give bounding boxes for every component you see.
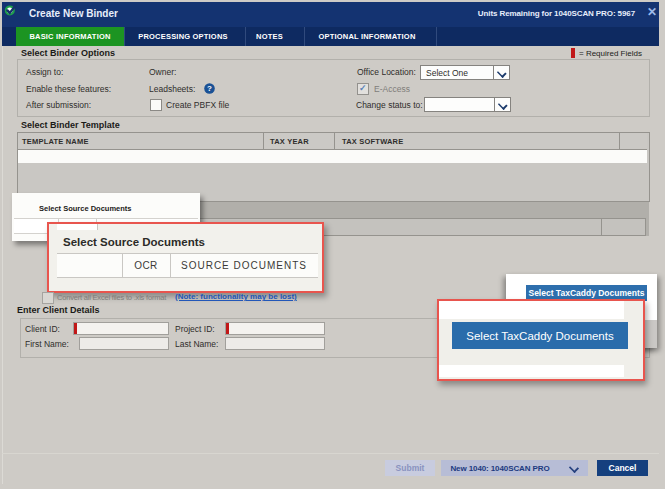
- svg-text:?: ?: [207, 84, 212, 93]
